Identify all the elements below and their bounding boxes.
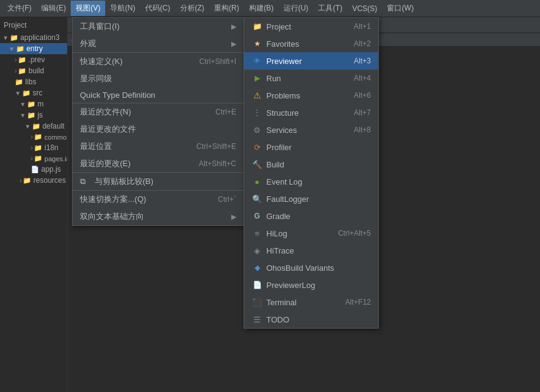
- submenu-arrow-icon: ▶: [231, 213, 236, 221]
- menu-view[interactable]: 视图(V): [71, 1, 105, 16]
- shortcut-label: Alt+2: [354, 39, 371, 48]
- arrow-icon: ▼: [25, 123, 31, 130]
- shortcut-label: Alt+1: [354, 22, 371, 31]
- tree-item-application3[interactable]: ▼ 📁 application3: [0, 32, 67, 43]
- submenu-item-left: ≡ HiLog: [252, 228, 287, 239]
- menu-window[interactable]: 窗口(W): [382, 1, 418, 16]
- tree-item-m[interactable]: ▼ 📁 m: [0, 98, 67, 110]
- arrow-icon: ›: [15, 68, 17, 74]
- tree-label: libs: [25, 78, 36, 86]
- submenu-item-label: Gradle: [266, 212, 290, 221]
- submenu-hilog[interactable]: ≡ HiLog Ctrl+Alt+5: [244, 225, 378, 242]
- submenu-favorites[interactable]: ★ Favorites Alt+2: [244, 35, 378, 52]
- menu-recent-locations[interactable]: 最近位置 Ctrl+Shift+E: [73, 138, 244, 155]
- profiler-icon: ⟳: [252, 142, 263, 153]
- arrow-icon: ›: [15, 57, 17, 63]
- menu-tool-windows[interactable]: 工具窗口(I) ▶: [73, 18, 244, 35]
- project-label: Project: [4, 21, 26, 30]
- tree-label: pages.index: [44, 155, 67, 162]
- terminal-icon: ⬛: [252, 297, 263, 308]
- menu-appearance[interactable]: 外观 ▶: [73, 35, 244, 53]
- gradle-icon: G: [252, 210, 263, 222]
- folder-icon: 📁: [34, 154, 42, 162]
- arrow-icon: ▼: [20, 101, 26, 108]
- submenu-item-left: ● Event Log: [252, 176, 303, 187]
- submenu-profiler[interactable]: ⟳ Profiler: [244, 138, 378, 156]
- submenu-terminal[interactable]: ⬛ Terminal Alt+F12: [244, 294, 378, 311]
- submenu-item-left: 🔍 FaultLogger: [252, 193, 309, 204]
- tree-item-build[interactable]: › 📁 build: [0, 65, 67, 76]
- menu-run[interactable]: 运行(U): [279, 1, 314, 16]
- submenu-event-log[interactable]: ● Event Log: [244, 173, 378, 190]
- menu-item-label: 与剪贴板比较(B): [95, 176, 153, 187]
- arrow-icon: ›: [31, 134, 33, 140]
- folder-icon: 📁: [27, 111, 36, 119]
- menu-bidi[interactable]: 双向文本基础方向 ▶: [73, 208, 244, 225]
- tree-item-pages[interactable]: › 📁 pages.index: [0, 153, 67, 164]
- menu-refactor[interactable]: 重构(R): [209, 1, 244, 16]
- view-menu-dropdown: 工具窗口(I) ▶ 外观 ▶ 快速定义(K) Ctrl+Shift+I 显示同级…: [72, 17, 244, 226]
- menu-item-left: 最近的更改(E): [80, 158, 130, 169]
- submenu-item-left: 👁 Previewer: [252, 55, 302, 66]
- menu-item-left: ⧉ 与剪贴板比较(B): [80, 176, 153, 187]
- menu-quick-type-definition[interactable]: Quick Type Definition: [73, 87, 244, 103]
- menu-show-sibling[interactable]: 显示同级: [73, 70, 244, 87]
- submenu-services[interactable]: ⚙ Services Alt+8: [244, 121, 378, 138]
- submenu-run[interactable]: ▶ Run Alt+4: [244, 70, 378, 87]
- menu-build[interactable]: 构建(B): [244, 1, 279, 16]
- shortcut-label: Alt+F12: [345, 298, 371, 306]
- tree-item-js[interactable]: ▼ 📁 js: [0, 110, 67, 121]
- submenu-previewer-log[interactable]: 📄 PreviewerLog: [244, 276, 378, 294]
- menu-edit[interactable]: 编辑(E): [36, 1, 71, 16]
- folder-icon: 📁: [34, 144, 42, 152]
- shortcut-label: Alt+8: [354, 126, 371, 134]
- submenu-todo[interactable]: ☰ TODO: [244, 311, 378, 328]
- menu-recently-changed[interactable]: 最近更改的文件: [73, 121, 244, 138]
- submenu-item-label: Profiler: [266, 143, 292, 152]
- submenu-problems[interactable]: ⚠ Problems Alt+6: [244, 87, 378, 104]
- tree-item-libs[interactable]: 📁 libs: [0, 76, 67, 87]
- menu-item-left: 显示同级: [80, 73, 112, 84]
- submenu-item-left: ☰ TODO: [252, 314, 289, 325]
- menu-vcs[interactable]: VCS(S): [347, 2, 383, 15]
- tree-item-common[interactable]: › 📁 common.images: [0, 132, 67, 142]
- submenu-structure[interactable]: ⋮ Structure Alt+7: [244, 104, 378, 121]
- menu-compare-clipboard[interactable]: ⧉ 与剪贴板比较(B): [73, 173, 244, 191]
- run-icon: ▶: [252, 73, 263, 84]
- menu-tools[interactable]: 工具(T): [313, 1, 347, 16]
- build-icon: 🔨: [252, 159, 263, 170]
- menu-navigate[interactable]: 导航(N): [105, 1, 140, 16]
- submenu-ohos-build[interactable]: ◆ OhosBuild Variants: [244, 259, 378, 276]
- tree-label: .prev: [28, 55, 45, 64]
- tree-item-src[interactable]: ▼ 📁 src: [0, 87, 67, 98]
- submenu-build[interactable]: 🔨 Build: [244, 156, 378, 173]
- menu-quick-definition[interactable]: 快速定义(K) Ctrl+Shift+I: [73, 53, 244, 70]
- folder-icon: 📁: [10, 34, 18, 42]
- menu-file[interactable]: 文件(F): [2, 1, 36, 16]
- submenu-item-left: ⬛ Terminal: [252, 297, 296, 308]
- tree-item-appjs[interactable]: 📄 app.js: [0, 164, 67, 175]
- menu-analyze[interactable]: 分析(Z): [175, 1, 209, 16]
- submenu-previewer[interactable]: 👁 Previewer Alt+3: [244, 52, 378, 70]
- shortcut-label: Alt+Shift+C: [199, 159, 236, 168]
- submenu-arrow-icon: ▶: [231, 23, 236, 31]
- submenu-gradle[interactable]: G Gradle: [244, 207, 378, 225]
- menu-quick-switch[interactable]: 快速切换方案...(Q) Ctrl+`: [73, 191, 244, 208]
- arrow-icon: ▼: [9, 46, 15, 52]
- tree-item-default[interactable]: ▼ 📁 default: [0, 121, 67, 132]
- menu-code[interactable]: 代码(C): [140, 1, 175, 16]
- menu-recent-files[interactable]: 最近的文件(N) Ctrl+E: [73, 103, 244, 121]
- tree-item-i18n[interactable]: › 📁 i18n: [0, 142, 67, 153]
- menu-recent-changes[interactable]: 最近的更改(E) Alt+Shift+C: [73, 155, 244, 173]
- submenu-item-label: Services: [266, 126, 297, 135]
- tree-label: default: [42, 122, 65, 130]
- submenu-project[interactable]: 📁 Project Alt+1: [244, 18, 378, 35]
- submenu-fault-logger[interactable]: 🔍 FaultLogger: [244, 190, 378, 207]
- tree-item-entry[interactable]: ▼ 📁 entry: [0, 43, 67, 54]
- tree-item-prev[interactable]: › 📁 .prev: [0, 54, 67, 65]
- tree-item-resources[interactable]: › 📁 resources: [0, 175, 67, 186]
- submenu-item-label: HiTrace: [266, 246, 294, 255]
- shortcut-label: Alt+4: [354, 74, 371, 82]
- submenu-hitrace[interactable]: ◈ HiTrace: [244, 242, 378, 259]
- menu-item-label: 工具窗口(I): [80, 21, 119, 32]
